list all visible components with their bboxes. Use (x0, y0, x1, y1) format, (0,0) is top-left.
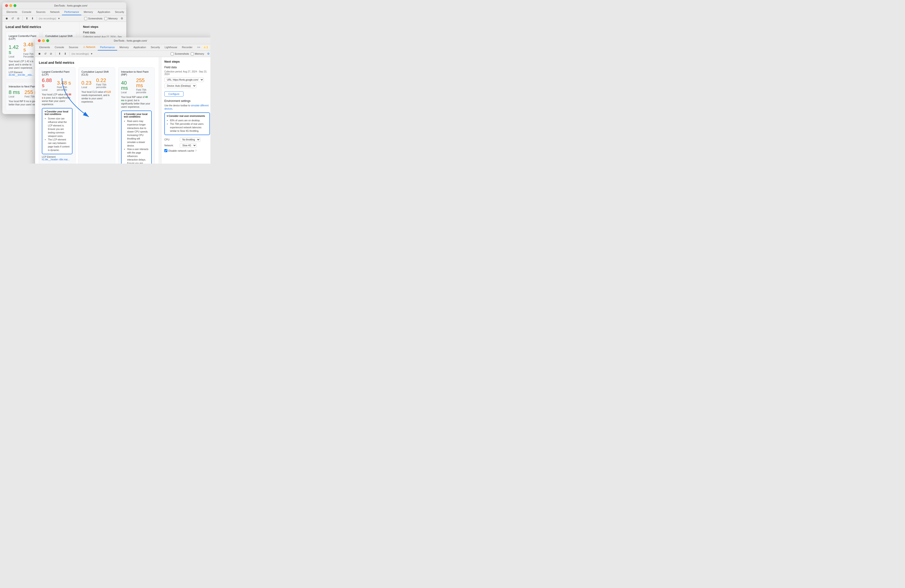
front-clear-btn[interactable]: ⊘ (49, 52, 53, 56)
front-cls-field-label: Field 75th percentile (96, 84, 112, 89)
back-reload-btn[interactable]: ↺ (10, 16, 15, 21)
front-cpu-select[interactable]: No throttling (180, 138, 200, 142)
front-maximize-button[interactable] (46, 39, 49, 42)
front-network-warning-icon: ⚠ (83, 46, 86, 48)
back-export-btn[interactable]: ⬆ (25, 16, 29, 21)
front-inp-consider-list: Real users may experience longer interac… (124, 119, 149, 163)
front-tab-console[interactable]: Console (52, 44, 67, 51)
front-toolbar-icons: ⏺ ↺ ⊘ ⬆ ⬇ (no recordings) ▾ (37, 52, 94, 56)
front-lcp-element-link[interactable]: h1.tile__header--title.mai... (42, 158, 70, 161)
front-lcp-title: Largest Contentful Paint (LCP) (42, 70, 73, 76)
back-recordings-dropdown[interactable]: ▾ (57, 16, 61, 21)
front-cache-check[interactable]: Disable network cache ? (164, 149, 197, 152)
front-device-select[interactable]: Device: Auto (Desktop) (164, 84, 196, 88)
front-record-btn[interactable]: ⏺ (37, 52, 42, 56)
front-recordings-dropdown[interactable]: ▾ (90, 52, 94, 56)
back-tab-bar: Elements Console Sources Network Perform… (2, 9, 126, 16)
back-lcp-element-link[interactable]: div.tile__text.tile__edu... (9, 74, 34, 76)
front-lcp-consider-item-1: Screen size can influence what the LCP e… (48, 117, 70, 138)
front-network-label: Network: (164, 144, 178, 147)
front-window-title: DevTools - fonts.google.com/ (51, 39, 210, 42)
minimize-button[interactable] (10, 4, 12, 7)
back-import-btn[interactable]: ⬇ (30, 16, 35, 21)
back-memory-check[interactable]: Memory (104, 17, 117, 20)
front-consider-real-item-2: The 75th percentile of real users experi… (170, 122, 208, 133)
back-lcp-field: 3.48 s Field 75th Percentile (23, 42, 37, 58)
front-toolbar-right: Screenshots Memory ⚙ (171, 52, 210, 56)
front-tab-lighthouse[interactable]: Lighthouse (162, 44, 179, 51)
front-lcp-local-value: 6.88 s (42, 78, 52, 88)
back-tab-console[interactable]: Console (20, 9, 34, 15)
back-tab-memory[interactable]: Memory (81, 9, 95, 15)
front-tab-network[interactable]: ⚠ Network (81, 44, 98, 51)
front-no-recordings: (no recordings) (71, 52, 89, 55)
back-settings-icon[interactable]: ⚙ (119, 16, 124, 21)
front-cpu-row: CPU: No throttling (164, 138, 210, 142)
front-export-btn[interactable]: ⬆ (57, 52, 62, 56)
front-tab-performance[interactable]: Performance (98, 44, 117, 51)
front-side-panel: Next steps Field data Collection period:… (161, 57, 210, 163)
close-button[interactable] (5, 4, 8, 7)
front-tab-memory[interactable]: Memory (117, 44, 131, 51)
back-tab-network[interactable]: Network (48, 9, 62, 15)
front-consider-real-box: ▾ Consider real user environments 83% of… (164, 113, 210, 135)
front-lcp-desc: Your local LCP value of 6.88 s is poor, … (42, 93, 73, 106)
front-inp-consider-item-2: How a user interacts with the page influ… (127, 147, 149, 163)
front-cache-row: Disable network cache ? (164, 149, 210, 152)
back-lcp-local-value: 1.42 s (9, 44, 19, 55)
front-inp-field-value: 255 ms (136, 78, 152, 88)
front-cls-title: Cumulative Layout Shift (CLS) (81, 70, 112, 76)
front-tab-bar: Elements Console Sources ⚠ Network Perfo… (35, 44, 210, 51)
front-consider-real-list: 83% of users are on desktop. The 75th pe… (167, 119, 208, 133)
maximize-button[interactable] (14, 4, 16, 7)
back-clear-btn[interactable]: ⊘ (16, 16, 21, 21)
back-tab-application[interactable]: Application (95, 9, 113, 15)
front-close-button[interactable] (38, 39, 41, 42)
front-tab-security[interactable]: Security (148, 44, 162, 51)
front-inp-values: 40 ms Local 255 ms Field 75th percentile (121, 78, 152, 94)
back-tab-sources[interactable]: Sources (34, 9, 48, 15)
front-window: DevTools - fonts.google.com/ Elements Co… (35, 37, 210, 163)
back-section-title: Local and field metrics (6, 25, 76, 29)
back-toolbar-sep1 (22, 17, 23, 20)
back-tab-security[interactable]: Security (113, 9, 126, 15)
back-lcp-local-label: Local (9, 55, 19, 58)
back-tab-performance[interactable]: Performance (62, 9, 81, 15)
front-env-settings-title: Environment settings (164, 99, 210, 103)
front-inp-consider-title: ▾ Consider your local test conditions (124, 113, 149, 118)
front-inp-card: Interaction to Next Paint (INP) 40 ms Lo… (118, 67, 155, 163)
front-inp-consider-item-1: Real users may experience longer interac… (127, 119, 149, 147)
front-screenshots-check[interactable]: Screenshots (171, 52, 189, 55)
front-toolbar: ⏺ ↺ ⊘ ⬆ ⬇ (no recordings) ▾ Screenshots … (35, 51, 210, 57)
front-memory-check[interactable]: Memory (191, 52, 204, 55)
front-reload-btn[interactable]: ↺ (43, 52, 48, 56)
front-cls-local-value: 0.23 (81, 81, 91, 86)
front-minimize-button[interactable] (42, 39, 45, 42)
front-tab-more[interactable]: >> (195, 44, 202, 51)
front-configure-btn[interactable]: Configure (164, 91, 184, 97)
front-lcp-values: 6.88 s Local 3.48 s Field 75th percentil… (42, 78, 73, 91)
front-url-select[interactable]: URL: https://fonts.google.com/ (164, 78, 204, 82)
front-settings-icon[interactable]: ⚙ (206, 52, 210, 56)
front-tab-sources[interactable]: Sources (67, 44, 81, 51)
front-url-row: URL: https://fonts.google.com/ (164, 78, 210, 82)
front-section-title: Local and field metrics (39, 61, 155, 65)
front-cls-desc: Your local CLS value of 0.23 needs impro… (81, 90, 112, 103)
front-titlebar: DevTools - fonts.google.com/ (35, 37, 210, 44)
front-lcp-consider-title: ▾ Consider your local test conditions (44, 110, 70, 116)
front-cache-checkbox[interactable] (164, 149, 167, 152)
back-next-steps-title: Next steps (83, 25, 123, 29)
front-lcp-local: 6.88 s Local (42, 78, 52, 91)
back-tab-elements[interactable]: Elements (4, 9, 20, 15)
back-screenshots-check[interactable]: Screenshots (84, 17, 102, 20)
back-record-btn[interactable]: ⏺ (4, 16, 10, 21)
front-tab-application[interactable]: Application (131, 44, 148, 51)
front-tab-elements[interactable]: Elements (37, 44, 52, 51)
front-main-content: Local and field metrics Largest Contentf… (35, 57, 159, 163)
front-tab-recorder[interactable]: Recorder (179, 44, 195, 51)
front-import-btn[interactable]: ⬇ (63, 52, 68, 56)
front-network-select[interactable]: Slow 4G (180, 143, 197, 148)
back-titlebar: DevTools - fonts.google.com/ (2, 2, 126, 9)
back-inp-local-label: Local (9, 95, 20, 98)
front-lcp-consider-box: ▾ Consider your local test conditions Sc… (42, 108, 73, 154)
